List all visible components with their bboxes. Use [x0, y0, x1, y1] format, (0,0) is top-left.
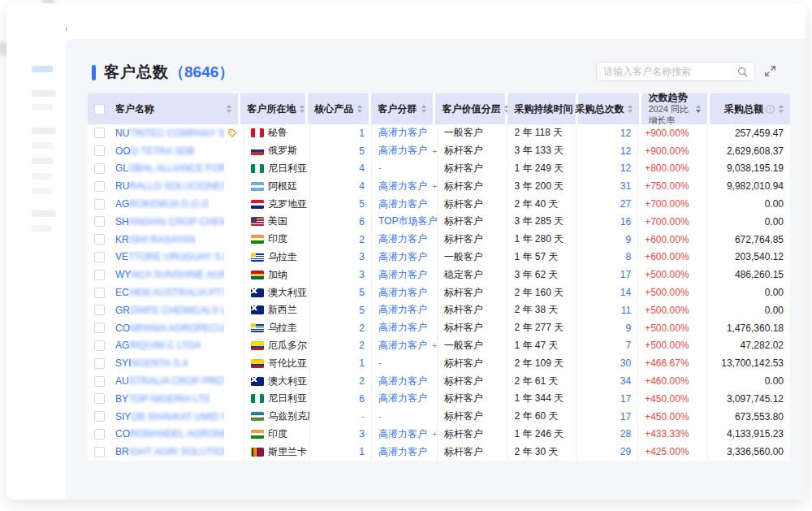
customer-name-link[interactable]: SIYOB SHAVKAT UMID FARMER X...	[115, 411, 224, 422]
segment-link[interactable]: TOP市场客户	[378, 214, 437, 228]
total-purchases-link[interactable]: 11	[621, 305, 631, 316]
customer-name-link[interactable]: RURALLO SOLUCIONES S.A	[115, 180, 224, 192]
column-header-tier[interactable]: 客户价值分层	[435, 93, 505, 124]
customer-name-link[interactable]: VETTORE URUGUAY S.R.L	[115, 251, 224, 262]
total-purchases-link[interactable]: 16	[620, 216, 631, 227]
core-products-count-link[interactable]: 5	[359, 198, 365, 210]
total-purchases-link[interactable]: 29	[620, 446, 631, 457]
row-checkbox[interactable]	[94, 181, 105, 192]
segment-link[interactable]: 高潜力客户	[378, 268, 427, 282]
total-purchases-link[interactable]: 30	[620, 357, 631, 369]
sidebar-item-4[interactable]	[32, 128, 56, 134]
column-header-name[interactable]: 客户名称	[88, 93, 238, 124]
column-header-segment[interactable]: 客户分群	[371, 93, 433, 124]
core-products-count-link[interactable]: 6	[359, 216, 365, 227]
row-checkbox[interactable]	[94, 234, 105, 245]
column-header-products[interactable]: 核心产品	[308, 93, 369, 124]
segment-link[interactable]: 高潜力客户	[378, 126, 427, 140]
customer-name-link[interactable]: WYNCA SUNSHINE AGRIC PROD U...	[115, 269, 224, 280]
core-products-count-link[interactable]: 2	[359, 375, 365, 387]
customer-name-link[interactable]: NUTRITEC COMPANY S.A.S	[115, 128, 224, 139]
core-products-count-link[interactable]: 2	[359, 234, 365, 245]
segment-link[interactable]: 高潜力客户	[378, 286, 427, 300]
tag-icon[interactable]	[227, 128, 237, 138]
customer-name-link[interactable]: OOO TETRA SDB	[115, 145, 195, 157]
total-purchases-link[interactable]: 17	[620, 411, 631, 422]
segment-link[interactable]: 高潜力客户	[378, 375, 427, 388]
total-purchases-link[interactable]: 12	[620, 145, 631, 157]
core-products-count-link[interactable]: 1	[359, 357, 365, 369]
segment-link[interactable]: 高潜力客户	[378, 427, 427, 441]
sort-icon[interactable]	[779, 105, 784, 113]
row-checkbox[interactable]	[94, 145, 105, 156]
sort-icon[interactable]	[300, 105, 304, 113]
segment-link[interactable]: 高潜力客户	[378, 303, 427, 317]
sidebar-item-7[interactable]	[32, 173, 52, 180]
total-purchases-link[interactable]: 31	[620, 180, 631, 192]
customer-name-link[interactable]: AGRIQUIM C LTDA	[115, 340, 201, 351]
customer-name-link[interactable]: COMPANIA AGROPECUARIA A. LAND R...	[115, 323, 224, 334]
total-purchases-link[interactable]: 9	[625, 323, 631, 334]
core-products-count-link[interactable]: 3	[359, 269, 365, 280]
segment-link[interactable]: 高潜力客户	[378, 392, 427, 405]
segment-link[interactable]: 高潜力客户	[378, 144, 427, 158]
total-purchases-link[interactable]: 28	[620, 428, 631, 440]
total-purchases-link[interactable]: 14	[620, 287, 631, 298]
search-input[interactable]	[603, 66, 737, 77]
sidebar-item-6[interactable]	[32, 158, 53, 164]
total-purchases-link[interactable]: 8	[625, 251, 631, 262]
total-purchases-link[interactable]: 9	[625, 234, 631, 245]
sort-icon[interactable]	[227, 105, 231, 113]
row-checkbox[interactable]	[94, 270, 105, 280]
customer-name-link[interactable]: AUSTRALIA CROP PROTECTION P...	[115, 375, 224, 387]
total-purchases-link[interactable]: 17	[620, 393, 631, 405]
fullscreen-expand-icon[interactable]	[764, 65, 776, 77]
segment-link[interactable]: 高潜力客户	[378, 232, 427, 246]
core-products-count-link[interactable]: 3	[359, 428, 365, 440]
row-checkbox[interactable]	[94, 288, 105, 298]
search-box[interactable]	[596, 62, 755, 81]
customer-name-link[interactable]: GROWFE CHEMICALS LIMITED	[115, 305, 224, 316]
core-products-count-link[interactable]: 5	[359, 145, 365, 157]
core-products-count-link[interactable]: 6	[359, 393, 365, 405]
sidebar-item-9[interactable]	[32, 210, 56, 217]
segment-link[interactable]: 高潜力客户	[378, 321, 427, 335]
segment-link[interactable]: 高潜力客户	[378, 445, 427, 459]
total-purchases-link[interactable]: 7	[625, 340, 631, 351]
row-checkbox[interactable]	[94, 376, 105, 387]
row-checkbox[interactable]	[94, 163, 105, 174]
total-purchases-link[interactable]: 17	[620, 269, 631, 280]
info-icon[interactable]: i	[766, 105, 775, 114]
customer-name-link[interactable]: KRISHI RASAYAN	[115, 234, 196, 245]
sidebar-item-2[interactable]	[32, 90, 56, 97]
row-checkbox[interactable]	[94, 393, 105, 404]
segment-link[interactable]: 高潜力客户	[378, 339, 427, 353]
sidebar-item-10[interactable]	[32, 225, 52, 232]
segment-link[interactable]: 高潜力客户	[378, 250, 427, 264]
customer-name-link[interactable]: BYTOP NIGERIA LTD	[115, 393, 210, 405]
segment-link[interactable]: 高潜力客户	[378, 180, 427, 193]
column-header-amount[interactable]: 采购总额i	[710, 93, 790, 124]
column-header-purchases[interactable]: 采购总次数	[578, 93, 639, 124]
sort-icon[interactable]	[421, 105, 426, 113]
customer-name-link[interactable]: COROMANDEL AGRONICS PRIVAT E ...	[115, 428, 224, 440]
sort-icon[interactable]	[357, 105, 362, 113]
row-checkbox[interactable]	[94, 447, 105, 457]
core-products-count-link[interactable]: 2	[359, 340, 365, 351]
column-header-duration[interactable]: 采购持续时间	[508, 93, 576, 124]
total-purchases-link[interactable]: 12	[620, 128, 631, 139]
row-checkbox[interactable]	[94, 199, 105, 210]
column-header-trend[interactable]: 次数趋势2024 同比增长率	[641, 93, 707, 124]
core-products-count-link[interactable]: 5	[359, 305, 365, 316]
sort-icon[interactable]	[696, 105, 701, 113]
sidebar-item-3[interactable]	[32, 104, 53, 110]
core-products-count-link[interactable]: 3	[359, 251, 365, 262]
customer-name-link[interactable]: GLOBAL ALLIANCE FOR CHEMI CA...	[115, 162, 224, 174]
core-products-count-link[interactable]: 4	[359, 180, 365, 192]
core-products-count-link[interactable]: 5	[359, 287, 365, 298]
row-checkbox[interactable]	[94, 305, 105, 315]
row-checkbox[interactable]	[94, 358, 105, 369]
core-products-count-link[interactable]: 2	[359, 323, 365, 334]
total-purchases-link[interactable]: 12	[620, 162, 631, 174]
row-checkbox[interactable]	[94, 128, 105, 138]
